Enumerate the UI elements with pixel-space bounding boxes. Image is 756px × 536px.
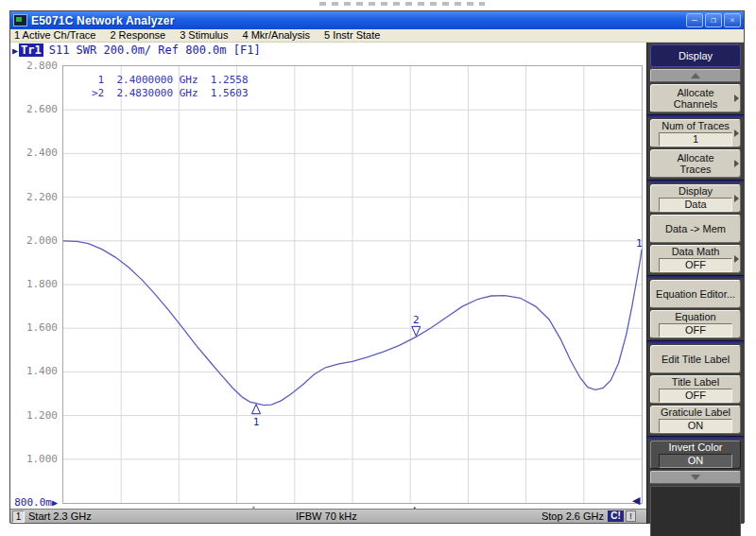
y-tick-label: 1.600 bbox=[10, 321, 58, 334]
softkey-equation-editor[interactable]: Equation Editor... bbox=[650, 280, 741, 308]
softkey-data-to-mem[interactable]: Data -> Mem bbox=[650, 215, 741, 243]
y-tick-label: 1.200 bbox=[10, 409, 58, 422]
menu-item-3[interactable]: 3 Stimulus bbox=[180, 29, 228, 42]
softkey-label: Equation bbox=[651, 311, 740, 322]
close-button-icon[interactable]: × bbox=[724, 13, 741, 27]
ifbw-label: IFBW 70 kHz bbox=[296, 510, 357, 522]
softkey-label: Allocate bbox=[651, 152, 740, 164]
active-trace-arrow-icon: ▶ bbox=[12, 45, 18, 56]
start-frequency-label: Start 2.3 GHz bbox=[28, 510, 92, 522]
softkey-sidebar: Display AllocateChannelsNum of Traces1Al… bbox=[646, 43, 744, 524]
trace-format-text: S11 SWR 200.0m/ Ref 800.0m [F1] bbox=[49, 43, 261, 57]
submenu-arrow-icon bbox=[734, 255, 739, 263]
app-window: E5071C Network Analyzer – ❐ × 1 Active C… bbox=[9, 10, 745, 523]
softkey-invert-color[interactable]: Invert ColorON bbox=[650, 441, 741, 469]
softkey-label: Equation Editor... bbox=[651, 288, 740, 300]
scroll-up-icon bbox=[691, 73, 700, 78]
softkey-value: OFF bbox=[659, 389, 732, 403]
softkey-group-separator bbox=[647, 436, 744, 439]
status-bar: 1 Start 2.3 GHz IFBW 70 kHz Stop 2.6 GHz… bbox=[10, 509, 646, 524]
softkey-label: Num of Traces bbox=[651, 120, 740, 131]
softkey-label: Graticule Label bbox=[651, 406, 740, 418]
softkey-menu-title: Display bbox=[650, 44, 741, 67]
ref-level-marker-icon: ▶ bbox=[52, 497, 58, 508]
softkey-group-separator bbox=[647, 340, 744, 343]
app-icon bbox=[13, 14, 27, 26]
marker2-label: 2 bbox=[413, 314, 420, 326]
softkey-value: ON bbox=[659, 419, 732, 433]
y-tick-label: 1.000 bbox=[10, 453, 58, 465]
y-tick-label: 2.200 bbox=[10, 191, 58, 203]
y-tick-label: 1.800 bbox=[10, 278, 58, 290]
cropped-caption-fragments bbox=[319, 2, 485, 6]
softkey-label: Channels bbox=[651, 98, 740, 110]
y-tick-label: 2.600 bbox=[10, 103, 58, 115]
softkey-edit-title-label[interactable]: Edit Title Label bbox=[650, 345, 741, 373]
softkey-label: Data -> Mem bbox=[651, 223, 740, 234]
channel-number-box: 1 bbox=[12, 510, 25, 523]
y-tick-label: 1.400 bbox=[10, 365, 58, 377]
softkey-label: Allocate bbox=[651, 87, 740, 98]
trace-name-chip[interactable]: Tr1 bbox=[19, 43, 43, 57]
menu-item-1[interactable]: 1 Active Ch/Trace bbox=[14, 29, 95, 42]
submenu-arrow-icon bbox=[734, 130, 739, 137]
softkey-group-separator bbox=[647, 275, 744, 278]
status-segment: ! bbox=[626, 510, 636, 522]
submenu-arrow-icon bbox=[734, 95, 739, 102]
softkey-value: OFF bbox=[659, 258, 732, 272]
y-tick-label: 2.400 bbox=[10, 147, 58, 159]
softkey-list: AllocateChannelsNum of Traces1AllocateTr… bbox=[647, 84, 744, 469]
window-controls: – ❐ × bbox=[686, 13, 741, 27]
minimize-button-icon[interactable]: – bbox=[686, 13, 703, 27]
cal-status-badge: C! bbox=[608, 510, 624, 522]
marker-readout-table: 1 2.4000000 GHz 1.2558>2 2.4830000 GHz 1… bbox=[92, 74, 249, 100]
softkey-group-separator bbox=[647, 114, 744, 117]
menu-item-5[interactable]: 5 Instr State bbox=[324, 29, 380, 42]
plot-area: 121 1 2.4000000 GHz 1.2558>2 2.4830000 G… bbox=[62, 65, 643, 504]
softkey-allocate-channels[interactable]: AllocateChannels bbox=[650, 84, 741, 112]
marker-readout-row: 1 2.4000000 GHz 1.2558 bbox=[92, 74, 249, 87]
y-tick-label: 2.000 bbox=[10, 234, 58, 247]
softkey-label: Traces bbox=[651, 164, 740, 175]
scroll-down-icon bbox=[691, 475, 700, 480]
softkey-allocate-traces[interactable]: AllocateTraces bbox=[650, 149, 741, 178]
sweep-indicator-icon: ◀ bbox=[632, 495, 640, 505]
softkey-value: 1 bbox=[659, 132, 732, 147]
softkey-label: Title Label bbox=[651, 376, 740, 388]
marker1-label: 1 bbox=[253, 416, 260, 428]
softkey-label: Data Math bbox=[651, 246, 740, 257]
swr-trace-chart: 121 bbox=[63, 66, 642, 503]
restore-button-icon[interactable]: ❐ bbox=[705, 13, 722, 27]
softkey-display-data[interactable]: DisplayData bbox=[650, 184, 741, 213]
softkey-graticule-label[interactable]: Graticule LabelON bbox=[650, 406, 741, 434]
submenu-arrow-icon bbox=[734, 195, 739, 202]
softkey-value: Data bbox=[659, 198, 732, 212]
softkey-title-label[interactable]: Title LabelOFF bbox=[650, 375, 741, 404]
softkey-label: Display bbox=[651, 185, 740, 197]
y-tick-label: 800.0m▶ bbox=[10, 496, 58, 509]
softkey-num-of-traces[interactable]: Num of Traces1 bbox=[650, 119, 741, 147]
menu-item-2[interactable]: 2 Response bbox=[110, 29, 165, 42]
marker-readout-row: >2 2.4830000 GHz 1.5603 bbox=[92, 87, 249, 100]
title-bar: E5071C Network Analyzer – ❐ × bbox=[10, 11, 744, 29]
softkey-scroll-up[interactable] bbox=[650, 69, 741, 82]
softkey-blank-panel bbox=[650, 486, 741, 536]
softkey-value: OFF bbox=[659, 323, 732, 337]
screenshot-root: E5071C Network Analyzer – ❐ × 1 Active C… bbox=[0, 0, 756, 536]
softkey-label: Invert Color bbox=[651, 441, 740, 453]
softkey-label: Edit Title Label bbox=[651, 354, 740, 365]
y-tick-label: 2.800 bbox=[10, 60, 58, 72]
window-title: E5071C Network Analyzer bbox=[31, 14, 686, 27]
marker1-trace-icon[interactable] bbox=[252, 405, 261, 414]
softkey-data-math[interactable]: Data MathOFF bbox=[650, 245, 741, 273]
softkey-equation[interactable]: EquationOFF bbox=[650, 310, 741, 338]
trace-status-line: ▶ Tr1 S11 SWR 200.0m/ Ref 800.0m [F1] bbox=[12, 43, 261, 57]
softkey-value: ON bbox=[659, 454, 732, 468]
softkey-scroll-down[interactable] bbox=[650, 471, 741, 484]
softkey-group-separator bbox=[647, 180, 744, 182]
trace-number-label: 1 bbox=[636, 237, 643, 250]
main-display: ▶ Tr1 S11 SWR 200.0m/ Ref 800.0m [F1] 2.… bbox=[10, 43, 646, 509]
menu-bar: 1 Active Ch/Trace2 Response3 Stimulus4 M… bbox=[10, 29, 744, 43]
submenu-arrow-icon bbox=[734, 160, 739, 167]
menu-item-4[interactable]: 4 Mkr/Analysis bbox=[242, 29, 310, 42]
